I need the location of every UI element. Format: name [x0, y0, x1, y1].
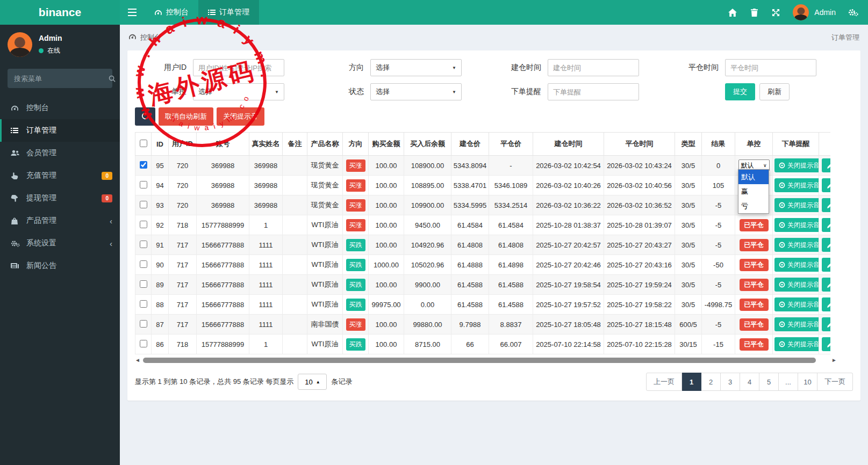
status-label: 状态 — [312, 87, 364, 97]
close-alert-button[interactable]: 关闭提示音 — [774, 337, 819, 351]
cancel-auto-refresh-button[interactable]: 取消自动刷新 — [159, 107, 213, 126]
submit-button[interactable]: 提交 — [725, 83, 755, 100]
column-header[interactable]: ID — [152, 133, 169, 156]
expand-icon[interactable] — [765, 9, 786, 17]
close-alert-button[interactable]: 关闭提示音 — [774, 198, 819, 212]
page-button[interactable]: ... — [779, 373, 798, 391]
next-page-button[interactable]: 下一页 — [817, 373, 853, 391]
direction-select[interactable]: 选择▼ — [370, 59, 462, 76]
brand-logo[interactable]: binance — [0, 0, 120, 25]
column-header[interactable]: 平仓价 — [489, 133, 533, 156]
sidebar-search-input[interactable] — [14, 75, 109, 83]
refresh-table-button[interactable] — [135, 107, 155, 126]
sidebar-item-2[interactable]: 会员管理 — [0, 142, 120, 164]
sound-toggle-button[interactable]: 关闭提示音 — [217, 107, 264, 126]
page-button[interactable]: 1 — [682, 373, 701, 391]
column-header[interactable]: 单控 — [735, 133, 773, 156]
row-checkbox[interactable] — [140, 181, 147, 188]
scroll-left-arrow-icon[interactable]: ◄ — [135, 357, 140, 363]
close-alert-button[interactable]: 关闭提示音 — [774, 218, 819, 232]
close-alert-button[interactable]: 关闭提示音 — [774, 158, 819, 172]
column-header[interactable]: 真实姓名 — [249, 133, 283, 156]
page-button[interactable]: 10 — [798, 373, 817, 391]
edit-button[interactable] — [822, 258, 830, 272]
breadcrumb[interactable]: 控制台 — [128, 33, 161, 42]
opentime-input[interactable] — [548, 59, 639, 76]
edit-button[interactable] — [822, 278, 830, 292]
edit-button[interactable] — [822, 198, 830, 212]
sidebar-item-3[interactable]: 充值管理0 — [0, 164, 120, 187]
column-header[interactable]: 平仓时间 — [604, 133, 675, 156]
closetime-input[interactable] — [725, 59, 816, 76]
row-checkbox[interactable] — [140, 221, 147, 228]
edit-button[interactable] — [822, 238, 830, 252]
edit-button[interactable] — [822, 158, 830, 172]
sidebar-item-0[interactable]: 控制台 — [0, 97, 120, 119]
row-checkbox[interactable] — [140, 340, 147, 347]
column-header[interactable]: 购买金额 — [369, 133, 404, 156]
alert-input[interactable] — [548, 83, 639, 100]
page-button[interactable]: 4 — [740, 373, 759, 391]
sidebar-item-6[interactable]: 系统设置‹ — [0, 232, 120, 255]
status-select[interactable]: 选择▼ — [370, 83, 462, 100]
row-checkbox[interactable] — [140, 201, 147, 208]
sidebar-item-4[interactable]: 提现管理0 — [0, 187, 120, 209]
select-all-checkbox[interactable] — [140, 140, 147, 147]
sidebar-item-1[interactable]: 订单管理 — [0, 119, 120, 142]
edit-button[interactable] — [822, 337, 830, 351]
column-header[interactable]: 买入后余额 — [404, 133, 451, 156]
control-filter-select[interactable]: 选择▼ — [193, 83, 284, 100]
row-checkbox[interactable] — [140, 241, 147, 248]
row-checkbox[interactable] — [140, 260, 147, 268]
edit-button[interactable] — [822, 297, 830, 311]
edit-button[interactable] — [822, 317, 830, 331]
cell-product: WTI原油 — [307, 255, 343, 275]
scrollbar-thumb[interactable] — [143, 358, 816, 363]
cell-balance: 9450.00 — [404, 215, 451, 235]
row-checkbox[interactable] — [140, 161, 147, 169]
page-button[interactable]: 5 — [759, 373, 779, 391]
row-checkbox[interactable] — [140, 300, 147, 308]
row-checkbox[interactable] — [140, 280, 147, 288]
refresh-button[interactable]: 刷新 — [759, 83, 790, 100]
settings-gears-icon[interactable] — [842, 8, 864, 17]
sidebar-item-5[interactable]: 产品管理‹ — [0, 209, 120, 232]
column-header[interactable]: 建仓价 — [451, 133, 489, 156]
column-header[interactable]: 方向 — [343, 133, 369, 156]
scroll-right-arrow-icon[interactable]: ► — [831, 357, 837, 363]
edit-button[interactable] — [822, 218, 830, 232]
column-header[interactable]: 下单提醒 — [773, 133, 819, 156]
trash-icon[interactable] — [743, 9, 765, 17]
column-header[interactable]: 类型 — [675, 133, 702, 156]
sidebar-toggle-button[interactable] — [120, 0, 145, 25]
user-menu[interactable]: Admin — [786, 4, 842, 20]
close-alert-button[interactable]: 关闭提示音 — [774, 317, 819, 331]
prev-page-button[interactable]: 上一页 — [646, 373, 682, 391]
home-icon[interactable] — [722, 9, 743, 17]
column-header[interactable]: 产品名称 — [307, 133, 343, 156]
edit-button[interactable] — [822, 178, 830, 192]
page-size-select[interactable]: 10▲ — [298, 374, 327, 390]
page-button[interactable]: 2 — [701, 373, 721, 391]
column-header[interactable]: 用户ID — [169, 133, 197, 156]
search-icon[interactable] — [109, 75, 116, 82]
close-alert-button[interactable]: 关闭提示音 — [774, 258, 819, 272]
row-checkbox[interactable] — [140, 320, 147, 328]
column-header[interactable]: 账号 — [197, 133, 249, 156]
userid-input[interactable] — [193, 59, 284, 76]
close-alert-button[interactable]: 关闭提示音 — [774, 238, 819, 252]
control-option[interactable]: 赢 — [738, 184, 769, 199]
close-alert-button[interactable]: 关闭提示音 — [774, 278, 819, 292]
nav-tab-0[interactable]: 控制台 — [145, 0, 198, 25]
column-header[interactable]: 建仓时间 — [533, 133, 604, 156]
close-alert-button[interactable]: 关闭提示音 — [774, 297, 819, 311]
control-option[interactable]: 默认 — [738, 170, 769, 184]
column-header[interactable]: 备注 — [283, 133, 307, 156]
control-option[interactable]: 亏 — [738, 199, 769, 213]
column-header[interactable]: 结果 — [702, 133, 735, 156]
column-header-action[interactable]: 操作 — [819, 133, 831, 156]
page-button[interactable]: 3 — [721, 373, 740, 391]
close-alert-button[interactable]: 关闭提示音 — [774, 178, 819, 192]
sidebar-item-7[interactable]: 新闻公告 — [0, 255, 120, 277]
nav-tab-1[interactable]: 订单管理 — [198, 0, 259, 25]
